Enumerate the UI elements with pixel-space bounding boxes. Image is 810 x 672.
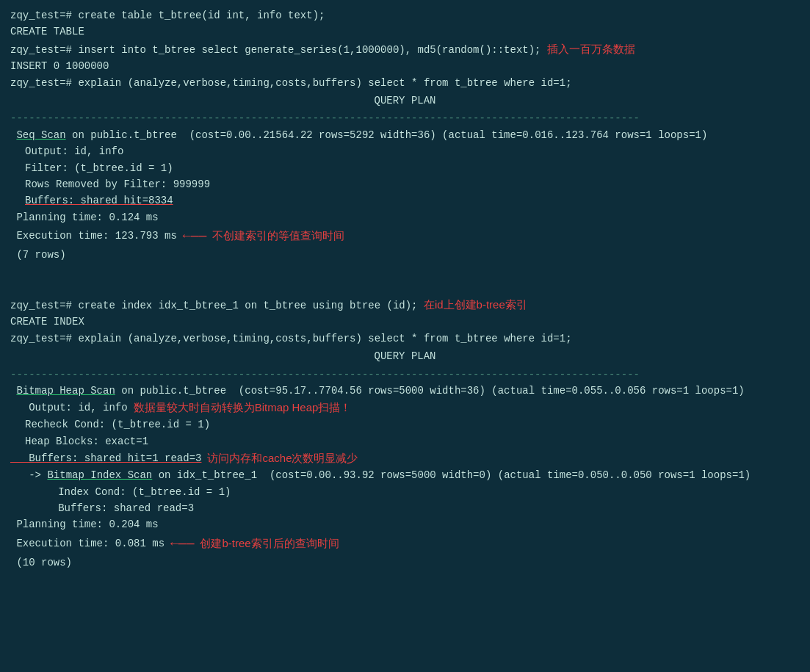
- blank-2: [10, 280, 800, 296]
- annotation-cache: 访问内存和cache次数明显减少: [207, 449, 358, 467]
- line-explain2-prompt: zqy_test=# explain (analyze,verbose,timi…: [10, 330, 800, 347]
- line-output-1: Output: id, info: [10, 143, 800, 159]
- line-10rows: (10 rows): [10, 554, 800, 571]
- blank-1: [10, 263, 800, 279]
- line-rows-removed: Rows Removed by Filter: 999999: [10, 176, 800, 192]
- seq-scan-node: Seq Scan on public.t_btree (cost=0.00..2…: [10, 127, 800, 143]
- annotation-with-index: 创建b-tree索引后的查询时间: [200, 535, 339, 552]
- line-recheck: Recheck Cond: (t_btree.id = 1): [10, 416, 800, 433]
- line-buffers-3: Buffers: shared read=3: [10, 500, 800, 516]
- plan-header-2: QUERY PLAN: [10, 347, 800, 366]
- arrow-icon-2: ←——: [170, 533, 194, 554]
- line-7rows: (7 rows): [10, 247, 800, 263]
- output-text-2: Output: id, info: [10, 400, 128, 416]
- line-index-cond: Index Cond: (t_btree.id = 1): [10, 484, 800, 500]
- buffers-annotation-row: Buffers: shared hit=1 read=3 访问内存和cache次…: [10, 449, 800, 467]
- terminal: zqy_test=# create table t_btree(id int, …: [10, 7, 800, 571]
- line-insert-prompt: zqy_test=# insert into t_btree select ge…: [10, 40, 800, 58]
- buffers-text-2: Buffers: shared hit=1 read=3: [10, 450, 201, 466]
- exec-time-row-2: Execution time: 0.081 ms ←—— 创建b-tree索引后…: [10, 533, 800, 554]
- bitmap-index-label: Bitmap Index Scan: [47, 469, 152, 481]
- annotation-no-index: 不创建索引的等值查询时间: [212, 227, 344, 245]
- annotation-bitmap-heap: 数据量较大时自动转换为Bitmap Heap扫描！: [134, 399, 352, 416]
- line-create-table-result: CREATE TABLE: [10, 24, 800, 40]
- plan-header-1: QUERY PLAN: [10, 91, 800, 110]
- bitmap-heap-label: Bitmap Heap Scan: [16, 385, 115, 397]
- exec-time-text-2: Execution time: 0.081 ms: [10, 535, 164, 552]
- buffers-underline: Buffers: shared hit=8334: [25, 195, 173, 206]
- line-heap-blocks: Heap Blocks: exact=1: [10, 433, 800, 449]
- line-filter-1: Filter: (t_btree.id = 1): [10, 160, 800, 176]
- separator-1: ----------------------------------------…: [10, 110, 800, 126]
- line-explain1-prompt: zqy_test=# explain (analyze,verbose,timi…: [10, 75, 800, 91]
- seq-scan-label: Seq Scan: [16, 129, 65, 141]
- bitmap-heap-scan-node: Bitmap Heap Scan on public.t_btree (cost…: [10, 383, 800, 399]
- output-annotation-row: Output: id, info 数据量较大时自动转换为Bitmap Heap扫…: [10, 399, 800, 416]
- separator-2: ----------------------------------------…: [10, 366, 800, 383]
- line-create-index-result: CREATE INDEX: [10, 314, 800, 330]
- line-insert-result: INSERT 0 1000000: [10, 58, 800, 74]
- annotation-insert: 插入一百万条数据: [547, 43, 635, 55]
- arrow-icon-1: ←——: [183, 225, 206, 247]
- line-buffers-1: Buffers: shared hit=8334: [10, 192, 800, 209]
- line-create-table-prompt: zqy_test=# create table t_btree(id int, …: [10, 7, 800, 24]
- line-create-index-prompt: zqy_test=# create index idx_t_btree_1 on…: [10, 296, 800, 314]
- line-planning-1: Planning time: 0.124 ms: [10, 209, 800, 225]
- bitmap-index-scan-node: -> Bitmap Index Scan on idx_t_btree_1 (c…: [10, 467, 800, 483]
- exec-time-text-1: Execution time: 123.793 ms: [10, 228, 177, 244]
- annotation-create-btree: 在id上创建b-tree索引: [424, 298, 527, 311]
- exec-time-row-1: Execution time: 123.793 ms ←—— 不创建索引的等值查…: [10, 225, 800, 247]
- line-planning-2: Planning time: 0.204 ms: [10, 516, 800, 532]
